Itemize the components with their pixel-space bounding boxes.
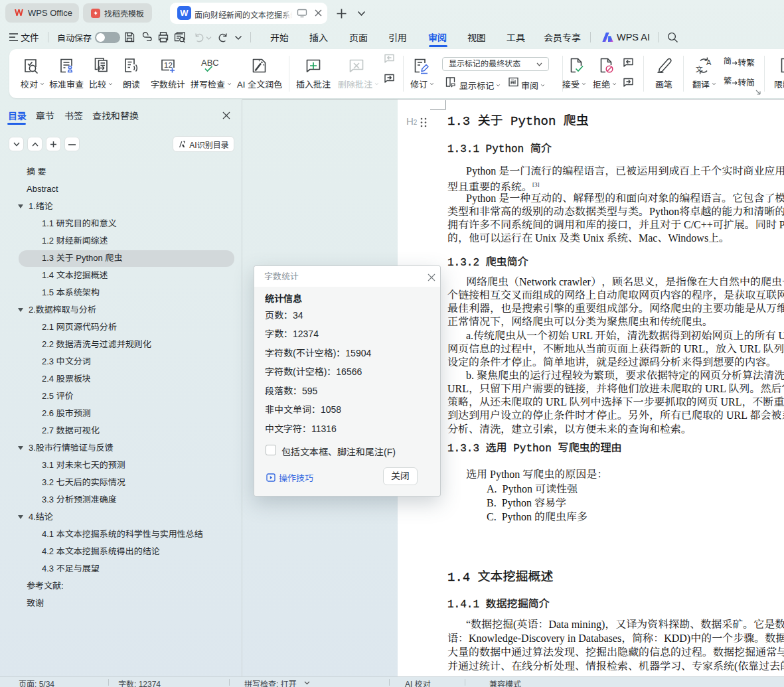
svg-text:文: 文 <box>696 63 703 74</box>
svg-text:12: 12 <box>164 61 173 69</box>
svg-text:A: A <box>706 58 712 66</box>
svg-text:ABC: ABC <box>201 58 219 68</box>
